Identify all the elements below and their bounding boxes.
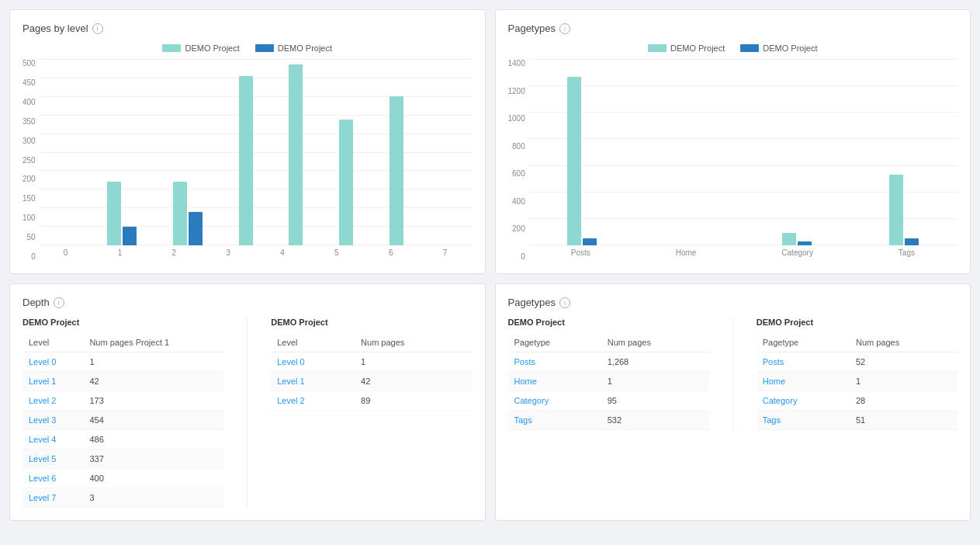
pt-legend-label-2: DEMO Project [763,43,817,53]
bar-light [339,120,353,245]
bar-group [289,64,303,245]
table-row: Tags51 [757,411,957,430]
table-row: Home1 [757,372,957,391]
x-label: 7 [443,248,448,257]
level-link[interactable]: Level 1 [277,377,304,386]
info-icon-depth[interactable]: i [54,297,64,308]
info-icon-pagetypes-chart[interactable]: i [559,23,570,34]
bar-group [889,175,919,245]
depth-divider [247,318,248,508]
level-link[interactable]: Level 2 [277,396,304,405]
bar-dark [123,227,137,245]
num-pages: 532 [601,411,709,430]
table-row: Level 4486 [23,430,223,450]
num-pages: 28 [850,391,957,411]
num-pages: 1,268 [601,352,709,372]
pt-project-label-1: DEMO Project [508,318,709,327]
depth-table-1: Level Num pages Project 1 Level 01Level … [23,333,223,508]
pagetype-link[interactable]: Posts [514,357,536,366]
num-pages: 3 [83,488,223,508]
pt-legend-color-dark [740,44,759,52]
table-row: Level 73 [23,488,223,508]
pt-col1-header: Pagetype [508,333,601,352]
table-row: Posts1,268 [508,352,709,372]
pt-legend-item-2: DEMO Project [740,43,817,53]
level-link[interactable]: Level 0 [277,357,304,366]
legend-item-1: DEMO Project [162,43,239,53]
pages-x-labels: 01234567 [39,248,473,257]
bar-group [107,182,137,245]
table-row: Level 142 [271,372,472,391]
pt-divider [732,318,733,430]
table-row: Level 01 [271,352,472,372]
info-icon-pages[interactable]: i [92,23,103,34]
bar-light [567,77,581,245]
depth-title: Depth i [23,297,473,308]
level-link[interactable]: Level 2 [29,396,56,405]
num-pages: 89 [355,391,472,411]
pagetype-link[interactable]: Posts [763,357,784,366]
table-row: Level 01 [23,352,223,372]
num-pages: 1 [601,372,709,391]
level-link[interactable]: Level 3 [29,415,56,425]
depth-col3-header: Level [271,333,355,352]
x-label: 2 [172,248,177,257]
table-row: Home1 [508,372,709,391]
table-row: Posts52 [757,352,957,372]
table-row: Category28 [757,391,957,411]
bar-dark [905,238,919,245]
level-link[interactable]: Level 6 [29,474,56,483]
num-pages: 454 [83,411,223,430]
pagetypes-bars [528,59,957,245]
level-link[interactable]: Level 0 [29,357,56,366]
pt-legend-item-1: DEMO Project [648,43,725,53]
bar-light [173,182,187,245]
pagetype-link[interactable]: Home [514,377,537,386]
level-link[interactable]: Level 1 [29,377,56,386]
legend-color-dark-1 [255,44,274,52]
level-link[interactable]: Level 4 [29,435,56,444]
num-pages: 1 [355,352,472,372]
bar-group [567,77,597,245]
pt-col2-header: Num pages [601,333,709,352]
num-pages: 42 [83,372,223,391]
pagetypes-table-section: DEMO Project Pagetype Num pages Posts1,2… [508,318,958,430]
pagetypes-legend: DEMO Project DEMO Project [508,43,958,53]
pages-y-labels: 050100150200250300350400450500 [23,59,36,261]
num-pages: 1 [83,352,223,372]
pt-table-1: Pagetype Num pages Posts1,268Home1Catego… [508,333,709,430]
pages-by-level-label: Pages by level [23,23,88,34]
bar-group [339,120,353,245]
pagetype-link[interactable]: Tags [514,415,532,425]
table-row: Level 289 [271,391,472,411]
pt-table-col-2: DEMO Project Pagetype Num pages Posts52H… [757,318,957,430]
pt-table-col-1: DEMO Project Pagetype Num pages Posts1,2… [508,318,709,430]
pagetype-link[interactable]: Category [514,396,549,405]
pages-by-level-title: Pages by level i [23,23,473,34]
table-row: Level 5337 [23,450,223,469]
info-icon-pagetypes-table[interactable]: i [559,297,570,308]
num-pages: 337 [83,450,223,469]
x-label: 6 [389,248,393,257]
num-pages: 95 [601,391,709,411]
depth-project-label-2: DEMO Project [271,318,472,327]
bar-light [239,76,253,245]
pages-by-level-card: Pages by level i DEMO Project DEMO Proje… [9,9,486,274]
bar-group [390,96,403,245]
table-row: Level 3454 [23,411,223,430]
table-row: Level 142 [23,372,223,391]
table-row: Tags532 [508,411,709,430]
level-link[interactable]: Level 7 [29,493,56,502]
pagetype-link[interactable]: Tags [763,415,781,425]
pagetype-link[interactable]: Home [763,377,785,386]
pagetypes-chart-label: Pagetypes [508,23,556,34]
x-label: 5 [334,248,339,257]
pagetype-link[interactable]: Category [763,396,798,405]
table-row: Level 6400 [23,469,223,488]
depth-col-1: DEMO Project Level Num pages Project 1 L… [23,318,223,508]
legend-color-light-1 [162,44,181,52]
level-link[interactable]: Level 5 [29,454,56,463]
bar-group [239,76,253,245]
x-label: Posts [571,248,590,257]
depth-col1-header: Level [23,333,83,352]
